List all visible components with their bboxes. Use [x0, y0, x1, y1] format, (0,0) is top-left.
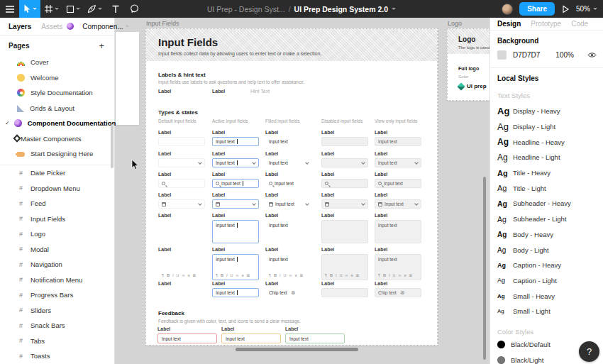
text-style-title-light[interactable]: AgTitle - Light — [490, 180, 603, 196]
shape-tool-button[interactable] — [62, 0, 84, 18]
chip-input[interactable]: Input text — [212, 288, 259, 297]
document-title[interactable]: UI Prep Design System 2.0 — [294, 5, 388, 13]
search-input[interactable]: Input text — [212, 179, 259, 188]
horizontal-scrollbar[interactable] — [236, 348, 358, 351]
layer-item-date-picker[interactable]: #Date Picker — [0, 165, 114, 181]
select-input[interactable] — [158, 158, 205, 167]
layer-item-toasts[interactable]: #Toasts — [0, 348, 114, 364]
page-item-welcome[interactable]: Welcome — [0, 70, 114, 86]
text-input[interactable]: Input text — [212, 137, 259, 146]
components-page-dropdown[interactable]: Componen... ^ — [62, 23, 128, 31]
image-icon[interactable]: ⊞ — [300, 273, 304, 277]
attachment-icon[interactable]: ¶ — [325, 273, 327, 277]
menu-tool-button[interactable] — [0, 0, 19, 18]
search-input[interactable]: Input text — [265, 179, 312, 188]
layer-item-progress-bars[interactable]: #Progress Bars — [0, 287, 114, 303]
image-icon[interactable]: ⊞ — [247, 273, 250, 277]
vertical-scrollbar[interactable] — [483, 177, 486, 360]
close-circle-icon[interactable]: ⊗ — [291, 290, 296, 296]
list-icon[interactable]: ≡ — [187, 273, 189, 277]
text-style-body-heavy[interactable]: AgBody - Heavy — [490, 227, 603, 243]
italic-icon[interactable]: I — [389, 273, 390, 277]
text-style-subheader-light[interactable]: AgSubheader - Light — [490, 211, 603, 227]
tab-prototype[interactable]: Prototype — [531, 20, 561, 28]
project-name[interactable]: UI Prep - Design Syst... — [207, 5, 285, 13]
search-input[interactable] — [158, 179, 205, 188]
layer-item-input-fields[interactable]: #Input Fields — [0, 211, 114, 227]
link-icon[interactable]: ∞ — [182, 273, 184, 277]
text-style-subheader-heavy[interactable]: AgSubheader - Heavy — [490, 196, 603, 211]
pen-tool-button[interactable] — [84, 0, 106, 18]
frame-label-logo[interactable]: Logo — [448, 20, 462, 27]
help-button[interactable]: ? — [579, 341, 599, 362]
italic-icon[interactable]: I — [280, 273, 281, 277]
attachment-icon[interactable]: ¶ — [269, 273, 271, 277]
layer-item-snack-bars[interactable]: #Snack Bars — [0, 318, 114, 333]
text-input[interactable]: Input text — [375, 137, 421, 146]
underline-icon[interactable]: U — [176, 273, 179, 277]
feedback-input[interactable]: Input text — [285, 333, 345, 343]
text-style-small-heavy[interactable]: AgSmall - Heavy — [490, 288, 603, 304]
attachment-icon[interactable]: ¶ — [216, 273, 218, 277]
text-input[interactable]: Input text — [265, 137, 312, 146]
chip-input[interactable] — [158, 288, 205, 297]
layer-item-tabs[interactable]: #Tabs — [0, 333, 114, 349]
page-item-master-components[interactable]: Master Components — [0, 131, 114, 147]
tab-design[interactable]: Design — [497, 20, 521, 28]
close-circle-icon[interactable]: ⊗ — [400, 290, 405, 296]
richtext-input[interactable]: Input text¶BIU∞≡⊞ — [212, 254, 259, 280]
image-icon[interactable]: ⊞ — [356, 273, 360, 277]
move-tool-button[interactable] — [19, 0, 40, 18]
italic-icon[interactable]: I — [226, 273, 228, 277]
richtext-input[interactable]: ¶BIU∞≡⊞ — [158, 254, 205, 280]
richtext-input[interactable]: Input text¶BIU∞≡⊞ — [265, 254, 312, 280]
text-input[interactable] — [321, 137, 368, 146]
link-icon[interactable]: ∞ — [345, 273, 348, 277]
layer-item-feed[interactable]: #Feed — [0, 196, 114, 211]
present-button[interactable] — [561, 5, 570, 13]
underline-icon[interactable]: U — [392, 273, 395, 277]
select-input[interactable] — [321, 158, 368, 167]
text-style-caption-heavy[interactable]: AgCaption - Heavy — [490, 258, 603, 273]
text-style-display-light[interactable]: AgDisplay - Light — [490, 119, 603, 135]
layer-item-logo[interactable]: #Logo — [0, 226, 114, 242]
chip-input[interactable]: Chip text⊗ — [375, 288, 421, 297]
list-icon[interactable]: ≡ — [241, 273, 243, 277]
bold-icon[interactable]: B — [383, 273, 386, 277]
bold-icon[interactable]: B — [330, 273, 333, 277]
bold-icon[interactable]: B — [274, 273, 277, 277]
background-opacity-value[interactable]: 100% — [555, 51, 574, 59]
chip-input[interactable] — [321, 288, 368, 297]
text-style-small-light[interactable]: AgSmall - Light — [490, 304, 603, 319]
image-icon[interactable]: ⊞ — [193, 273, 197, 277]
canvas[interactable]: Input Fields Input Fields Input fields c… — [115, 18, 489, 364]
layer-item-navigation[interactable]: #Navigation — [0, 257, 114, 272]
page-item-style-documentation[interactable]: Style Documentation — [0, 85, 114, 101]
date-input[interactable]: Input text — [265, 199, 312, 209]
text-style-body-light[interactable]: AgBody - Light — [490, 242, 603, 258]
textarea-input[interactable]: Input text — [375, 220, 421, 243]
underline-icon[interactable]: U — [230, 273, 233, 277]
frame-tool-button[interactable] — [40, 0, 62, 18]
page-item-cover[interactable]: Cover — [0, 55, 114, 70]
textarea-input[interactable] — [321, 220, 368, 243]
date-input[interactable] — [321, 199, 368, 209]
textarea-input[interactable]: Input text — [265, 220, 312, 243]
textarea-input[interactable]: Input text — [212, 220, 259, 243]
layer-item-sliders[interactable]: #Sliders — [0, 303, 114, 319]
image-icon[interactable]: ⊞ — [409, 273, 413, 277]
background-color-swatch[interactable] — [497, 50, 507, 60]
richtext-input[interactable]: Input text¶BIU∞≡⊞ — [375, 254, 421, 280]
link-icon[interactable]: ∞ — [398, 273, 401, 277]
background-hex-value[interactable]: D7D7D7 — [513, 51, 540, 59]
search-input[interactable] — [321, 179, 368, 188]
left-panel-scrollbar[interactable] — [111, 124, 114, 168]
tab-layers[interactable]: Layers — [9, 23, 31, 31]
visibility-toggle[interactable] — [587, 51, 597, 59]
chip-input[interactable]: Chip text⊗ — [265, 288, 312, 297]
feedback-input[interactable]: Input text — [157, 333, 217, 343]
underline-icon[interactable]: U — [283, 273, 286, 277]
list-icon[interactable]: ≡ — [350, 273, 353, 277]
textarea-input[interactable] — [158, 220, 205, 243]
link-icon[interactable]: ∞ — [236, 273, 238, 277]
